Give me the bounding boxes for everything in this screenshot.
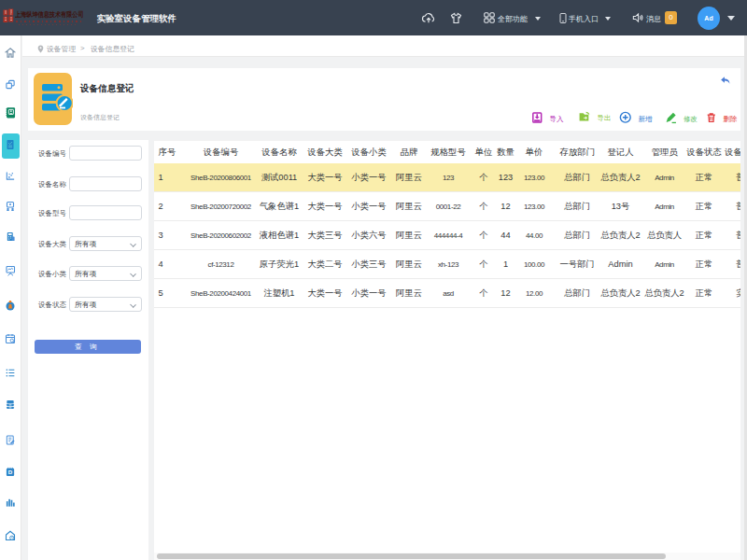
svg-text:D: D bbox=[8, 469, 13, 475]
